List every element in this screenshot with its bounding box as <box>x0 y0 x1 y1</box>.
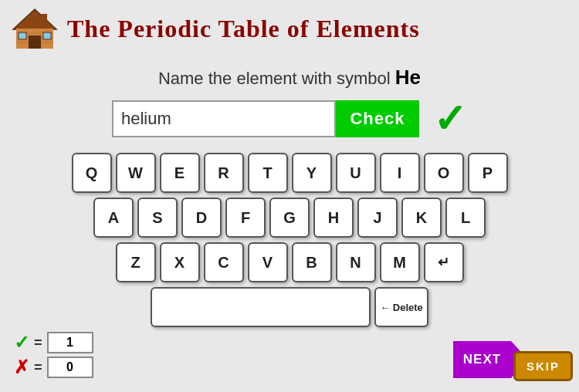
header: The Periodic Table of Elements <box>0 0 579 58</box>
key-u[interactable]: U <box>336 153 376 193</box>
keyboard-row-3: ZXCVBNM↵ <box>116 242 464 282</box>
key-a[interactable]: A <box>93 198 134 238</box>
home-icon[interactable] <box>12 8 58 50</box>
equals-1: = <box>34 335 42 351</box>
key-g[interactable]: G <box>269 198 310 238</box>
key-f[interactable]: F <box>225 198 266 238</box>
skip-wrapper: SKIP <box>513 351 573 381</box>
key-q[interactable]: Q <box>72 153 112 193</box>
key-k[interactable]: K <box>401 198 442 238</box>
wrong-icon: ✗ <box>14 357 29 378</box>
key-w[interactable]: W <box>116 153 156 193</box>
question-text: Name the element with symbol He <box>0 66 579 90</box>
svg-rect-3 <box>29 35 41 49</box>
wrong-count: 0 <box>47 357 93 378</box>
wrong-stat-row: ✗ = 0 <box>14 357 93 378</box>
input-row: Check ✓ <box>0 99 579 139</box>
keyboard-bottom-row: ← Delete <box>151 287 428 327</box>
keyboard: QWERTYUIOP ASDFGHJKL ZXCVBNM↵ ← Delete <box>0 153 579 327</box>
keyboard-row-1: QWERTYUIOP <box>72 153 508 193</box>
skip-button[interactable]: SKIP <box>513 351 573 381</box>
key-c[interactable]: C <box>204 242 244 282</box>
correct-count: 1 <box>47 332 93 353</box>
key-d[interactable]: D <box>181 198 222 238</box>
key-z[interactable]: Z <box>116 242 156 282</box>
key-n[interactable]: N <box>336 242 376 282</box>
svg-rect-5 <box>43 32 51 39</box>
key-j[interactable]: J <box>357 198 398 238</box>
key-s[interactable]: S <box>137 198 178 238</box>
key-↵[interactable]: ↵ <box>424 242 464 282</box>
svg-rect-1 <box>41 14 47 25</box>
svg-rect-4 <box>19 32 26 39</box>
key-y[interactable]: Y <box>292 153 332 193</box>
question-prefix: Name the element with symbol <box>158 69 391 88</box>
correct-icon: ✓ <box>14 332 29 353</box>
key-h[interactable]: H <box>313 198 354 238</box>
next-label: NEXT <box>463 352 501 367</box>
key-i[interactable]: I <box>380 153 420 193</box>
key-e[interactable]: E <box>160 153 200 193</box>
delete-key[interactable]: ← Delete <box>374 287 428 327</box>
svg-marker-0 <box>13 9 56 29</box>
key-p[interactable]: P <box>468 153 508 193</box>
question-area: Name the element with symbol He Check ✓ <box>0 66 579 139</box>
keyboard-row-2: ASDFGHJKL <box>93 198 486 238</box>
space-key[interactable] <box>151 287 371 327</box>
answer-input[interactable] <box>112 100 336 137</box>
check-button[interactable]: Check <box>336 100 419 137</box>
next-wrapper: NEXT <box>453 341 511 378</box>
element-symbol: He <box>395 66 421 89</box>
key-t[interactable]: T <box>248 153 288 193</box>
key-r[interactable]: R <box>204 153 244 193</box>
key-v[interactable]: V <box>248 242 288 282</box>
key-o[interactable]: O <box>424 153 464 193</box>
correct-checkmark: ✓ <box>433 99 467 139</box>
key-b[interactable]: B <box>292 242 332 282</box>
next-button[interactable]: NEXT <box>453 341 511 378</box>
key-m[interactable]: M <box>380 242 420 282</box>
correct-stat-row: ✓ = 1 <box>14 332 93 353</box>
key-x[interactable]: X <box>160 242 200 282</box>
page-title: The Periodic Table of Elements <box>67 15 420 43</box>
stats-panel: ✓ = 1 ✗ = 0 <box>14 332 93 378</box>
equals-2: = <box>34 360 42 376</box>
key-l[interactable]: L <box>445 198 486 238</box>
